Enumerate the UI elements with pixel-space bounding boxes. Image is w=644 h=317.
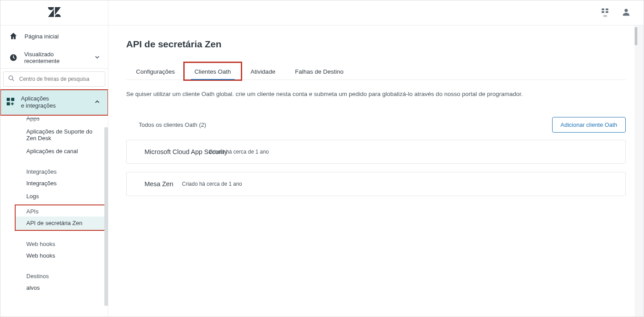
sidebar-item-label: Página inicial	[25, 33, 59, 40]
outer-scrollbar-track[interactable]	[637, 0, 644, 317]
sidebar-section-label: Aplicaçõese integrações	[21, 95, 56, 110]
sidebar-group-apis: APIs	[16, 205, 108, 217]
tabs: Configurações Clientes Oath Atividade Fa…	[126, 63, 626, 80]
sidebar-subitem-integrations[interactable]: Integrações	[0, 177, 108, 190]
tab-activity[interactable]: Atividade	[241, 63, 285, 79]
sidebar-item-home[interactable]: Página inicial	[0, 25, 108, 47]
search-input[interactable]	[19, 76, 100, 82]
page-description: Se quiser utilizar um cliente Oath globa…	[126, 91, 626, 97]
oauth-client-meta: Criado há cerca de 1 ano	[209, 149, 269, 155]
chevron-down-icon	[95, 54, 100, 61]
sidebar-item-recent[interactable]: Visualizado recentemente	[0, 47, 108, 68]
clock-icon	[8, 53, 18, 63]
sidebar-subitem-support-apps[interactable]: Aplicações de Suporte do Zen Desk	[0, 125, 108, 145]
sidebar-subitem-targets[interactable]: alvos	[0, 281, 108, 294]
topbar: de	[0, 0, 644, 25]
svg-rect-9	[7, 102, 10, 105]
apps-switcher-button[interactable]: de	[602, 8, 609, 18]
home-icon	[8, 31, 18, 41]
sidebar-subitem-logs[interactable]: Logs	[0, 190, 108, 203]
sidebar: Página inicial Visualizado recentemente	[0, 0, 108, 317]
sidebar-scrollbar-thumb[interactable]	[104, 127, 108, 306]
svg-rect-2	[602, 11, 604, 13]
add-oauth-client-button[interactable]: Adicionar cliente Oath	[552, 117, 626, 133]
sidebar-item-label: Visualizado recentemente	[24, 51, 88, 64]
tab-oauth-clients[interactable]: Clientes Oath	[185, 63, 241, 79]
apps-switcher-caption: de	[602, 14, 609, 18]
sidebar-search-wrap	[0, 68, 108, 90]
sidebar-subitem-zen-api[interactable]: API de secretária Zen	[16, 217, 108, 230]
sidebar-search[interactable]	[3, 71, 105, 87]
sidebar-subitem-apps-partial[interactable]: Apps	[0, 115, 108, 125]
chevron-up-icon	[95, 99, 100, 106]
sidebar-subitem-webhooks[interactable]: Web hooks	[0, 249, 108, 262]
svg-point-4	[624, 9, 627, 12]
svg-rect-0	[602, 8, 604, 10]
oauth-client-meta: Criado há cerca de 1 ano	[182, 181, 242, 187]
sidebar-subitem-channel-apps[interactable]: Aplicações de canal	[0, 145, 108, 158]
tab-target-failures[interactable]: Falhas de Destino	[285, 63, 353, 79]
sidebar-section-apps-integrations[interactable]: Aplicaçõese integrações	[0, 90, 108, 115]
topbar-brand-area	[0, 0, 108, 25]
page-title: API de secretária Zen	[126, 39, 626, 50]
main-content: API de secretária Zen Configurações Clie…	[108, 0, 644, 317]
user-avatar-icon[interactable]	[621, 7, 631, 18]
oauth-client-row[interactable]: Mesa Zen Criado há cerca de 1 ano	[126, 172, 626, 196]
topbar-right: de	[602, 7, 635, 18]
oauth-count-label: Todos os clientes Oath (2)	[139, 121, 206, 128]
sidebar-apis-highlight-box: APIs API de secretária Zen	[16, 205, 108, 230]
oauth-list-header: Todos os clientes Oath (2) Adicionar cli…	[126, 117, 626, 133]
tab-settings[interactable]: Configurações	[126, 63, 185, 79]
svg-rect-8	[11, 98, 14, 101]
sidebar-group-integrations: Integrações	[0, 164, 108, 177]
svg-rect-7	[7, 98, 10, 101]
sidebar-group-targets: Destinos	[0, 268, 108, 281]
svg-rect-3	[606, 11, 608, 13]
svg-point-6	[9, 76, 13, 80]
search-icon	[8, 75, 15, 83]
svg-rect-1	[606, 8, 608, 10]
zendesk-logo-icon	[48, 7, 61, 18]
apps-grid-icon	[7, 98, 15, 107]
oauth-client-row[interactable]: Microsoft Cloud App Security Criado há c…	[126, 140, 626, 164]
sidebar-group-webhooks: Web hooks	[0, 236, 108, 249]
